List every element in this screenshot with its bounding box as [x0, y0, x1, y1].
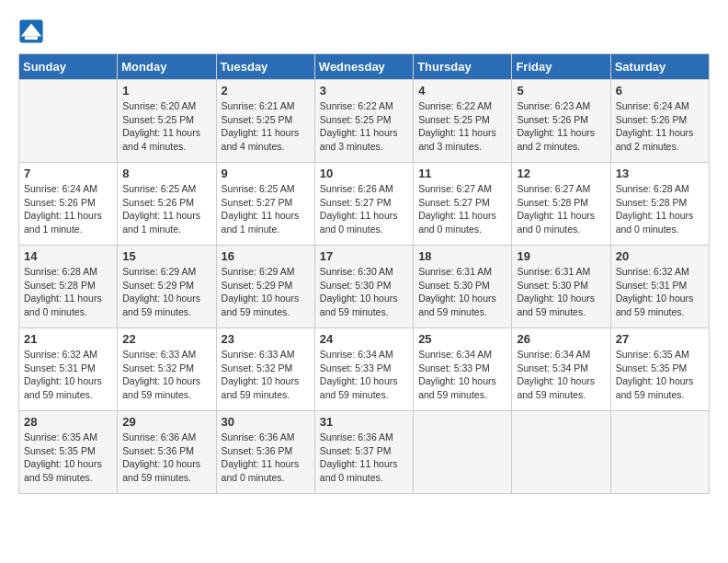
day-info: Sunrise: 6:22 AMSunset: 5:25 PMDaylight:… [418, 99, 506, 154]
day-info: Sunrise: 6:31 AMSunset: 5:30 PMDaylight:… [517, 265, 605, 319]
calendar-cell: 5Sunrise: 6:23 AMSunset: 5:26 PMDaylight… [512, 80, 610, 163]
day-number: 17 [320, 249, 408, 263]
day-number: 13 [616, 167, 704, 180]
day-info: Sunrise: 6:27 AMSunset: 5:28 PMDaylight:… [517, 182, 605, 236]
day-number: 4 [418, 84, 506, 98]
day-number: 1 [122, 84, 210, 98]
calendar-week-row: 21Sunrise: 6:32 AMSunset: 5:31 PMDayligh… [19, 328, 710, 411]
day-info: Sunrise: 6:26 AMSunset: 5:27 PMDaylight:… [320, 182, 408, 236]
day-info: Sunrise: 6:36 AMSunset: 5:36 PMDaylight:… [122, 431, 210, 485]
day-number: 21 [24, 332, 112, 346]
day-number: 22 [122, 332, 210, 346]
calendar-cell: 19Sunrise: 6:31 AMSunset: 5:30 PMDayligh… [512, 246, 610, 328]
column-header-thursday: Thursday [414, 54, 512, 80]
day-number: 30 [222, 415, 310, 429]
calendar-week-row: 1Sunrise: 6:20 AMSunset: 5:25 PMDaylight… [19, 80, 710, 163]
day-number: 9 [222, 167, 310, 180]
calendar-cell: 22Sunrise: 6:33 AMSunset: 5:32 PMDayligh… [118, 328, 216, 411]
day-info: Sunrise: 6:35 AMSunset: 5:35 PMDaylight:… [616, 348, 704, 402]
day-info: Sunrise: 6:28 AMSunset: 5:28 PMDaylight:… [616, 182, 704, 236]
calendar-cell: 13Sunrise: 6:28 AMSunset: 5:28 PMDayligh… [610, 163, 709, 246]
day-info: Sunrise: 6:30 AMSunset: 5:30 PMDaylight:… [320, 265, 408, 319]
calendar-cell: 12Sunrise: 6:27 AMSunset: 5:28 PMDayligh… [512, 163, 610, 246]
day-number: 31 [320, 415, 408, 429]
day-number: 18 [418, 249, 506, 263]
day-info: Sunrise: 6:32 AMSunset: 5:31 PMDaylight:… [24, 348, 112, 402]
calendar-cell: 14Sunrise: 6:28 AMSunset: 5:28 PMDayligh… [19, 246, 118, 328]
calendar-cell: 30Sunrise: 6:36 AMSunset: 5:36 PMDayligh… [216, 411, 314, 494]
day-info: Sunrise: 6:28 AMSunset: 5:28 PMDaylight:… [24, 265, 112, 319]
calendar-cell: 21Sunrise: 6:32 AMSunset: 5:31 PMDayligh… [19, 328, 118, 411]
page-header [18, 18, 710, 44]
day-info: Sunrise: 6:22 AMSunset: 5:25 PMDaylight:… [320, 99, 408, 154]
day-info: Sunrise: 6:27 AMSunset: 5:27 PMDaylight:… [418, 182, 506, 236]
logo [18, 18, 48, 44]
calendar-cell: 17Sunrise: 6:30 AMSunset: 5:30 PMDayligh… [314, 246, 413, 328]
calendar-cell: 3Sunrise: 6:22 AMSunset: 5:25 PMDaylight… [314, 80, 413, 163]
calendar-header-row: SundayMondayTuesdayWednesdayThursdayFrid… [19, 54, 710, 80]
svg-rect-2 [25, 37, 38, 40]
calendar-cell [19, 80, 118, 163]
calendar-cell: 16Sunrise: 6:29 AMSunset: 5:29 PMDayligh… [216, 246, 314, 328]
logo-icon [18, 18, 44, 44]
calendar-cell [610, 411, 709, 494]
day-info: Sunrise: 6:34 AMSunset: 5:33 PMDaylight:… [418, 348, 506, 402]
calendar-cell: 25Sunrise: 6:34 AMSunset: 5:33 PMDayligh… [414, 328, 512, 411]
day-number: 8 [122, 167, 210, 180]
day-number: 26 [517, 332, 605, 346]
day-info: Sunrise: 6:29 AMSunset: 5:29 PMDaylight:… [222, 265, 310, 319]
calendar-cell: 26Sunrise: 6:34 AMSunset: 5:34 PMDayligh… [512, 328, 610, 411]
day-info: Sunrise: 6:25 AMSunset: 5:26 PMDaylight:… [122, 182, 210, 236]
day-info: Sunrise: 6:24 AMSunset: 5:26 PMDaylight:… [616, 99, 704, 154]
calendar-cell: 31Sunrise: 6:36 AMSunset: 5:37 PMDayligh… [314, 411, 413, 494]
calendar-cell: 23Sunrise: 6:33 AMSunset: 5:32 PMDayligh… [216, 328, 314, 411]
day-info: Sunrise: 6:31 AMSunset: 5:30 PMDaylight:… [418, 265, 506, 319]
calendar-week-row: 14Sunrise: 6:28 AMSunset: 5:28 PMDayligh… [19, 246, 710, 328]
column-header-wednesday: Wednesday [314, 54, 413, 80]
calendar-cell: 29Sunrise: 6:36 AMSunset: 5:36 PMDayligh… [118, 411, 216, 494]
column-header-sunday: Sunday [19, 54, 118, 80]
day-number: 2 [222, 84, 310, 98]
column-header-friday: Friday [512, 54, 610, 80]
calendar-cell: 15Sunrise: 6:29 AMSunset: 5:29 PMDayligh… [118, 246, 216, 328]
calendar-cell: 20Sunrise: 6:32 AMSunset: 5:31 PMDayligh… [610, 246, 709, 328]
day-number: 5 [517, 84, 605, 98]
day-info: Sunrise: 6:29 AMSunset: 5:29 PMDaylight:… [122, 265, 210, 319]
calendar-table: SundayMondayTuesdayWednesdayThursdayFrid… [18, 53, 710, 494]
day-number: 6 [616, 84, 704, 98]
day-info: Sunrise: 6:21 AMSunset: 5:25 PMDaylight:… [222, 99, 310, 154]
day-number: 19 [517, 249, 605, 263]
day-info: Sunrise: 6:34 AMSunset: 5:33 PMDaylight:… [320, 348, 408, 402]
day-number: 25 [418, 332, 506, 346]
day-info: Sunrise: 6:33 AMSunset: 5:32 PMDaylight:… [122, 348, 210, 402]
calendar-cell: 6Sunrise: 6:24 AMSunset: 5:26 PMDaylight… [610, 80, 709, 163]
day-number: 27 [616, 332, 704, 346]
day-number: 3 [320, 84, 408, 98]
day-number: 16 [222, 249, 310, 263]
day-info: Sunrise: 6:36 AMSunset: 5:37 PMDaylight:… [320, 431, 408, 485]
day-info: Sunrise: 6:34 AMSunset: 5:34 PMDaylight:… [517, 348, 605, 402]
day-info: Sunrise: 6:24 AMSunset: 5:26 PMDaylight:… [24, 182, 112, 236]
day-info: Sunrise: 6:33 AMSunset: 5:32 PMDaylight:… [222, 348, 310, 402]
day-number: 15 [122, 249, 210, 263]
calendar-cell: 9Sunrise: 6:25 AMSunset: 5:27 PMDaylight… [216, 163, 314, 246]
calendar-cell: 28Sunrise: 6:35 AMSunset: 5:35 PMDayligh… [19, 411, 118, 494]
calendar-cell: 11Sunrise: 6:27 AMSunset: 5:27 PMDayligh… [414, 163, 512, 246]
day-info: Sunrise: 6:35 AMSunset: 5:35 PMDaylight:… [24, 431, 112, 485]
calendar-week-row: 28Sunrise: 6:35 AMSunset: 5:35 PMDayligh… [19, 411, 710, 494]
column-header-monday: Monday [118, 54, 216, 80]
day-number: 12 [517, 167, 605, 180]
day-info: Sunrise: 6:23 AMSunset: 5:26 PMDaylight:… [517, 99, 605, 154]
day-info: Sunrise: 6:25 AMSunset: 5:27 PMDaylight:… [222, 182, 310, 236]
day-number: 10 [320, 167, 408, 180]
calendar-cell: 18Sunrise: 6:31 AMSunset: 5:30 PMDayligh… [414, 246, 512, 328]
day-info: Sunrise: 6:20 AMSunset: 5:25 PMDaylight:… [122, 99, 210, 154]
calendar-cell: 8Sunrise: 6:25 AMSunset: 5:26 PMDaylight… [118, 163, 216, 246]
day-number: 7 [24, 167, 112, 180]
calendar-cell [414, 411, 512, 494]
day-info: Sunrise: 6:36 AMSunset: 5:36 PMDaylight:… [222, 431, 310, 485]
day-number: 24 [320, 332, 408, 346]
calendar-cell: 24Sunrise: 6:34 AMSunset: 5:33 PMDayligh… [314, 328, 413, 411]
calendar-cell: 27Sunrise: 6:35 AMSunset: 5:35 PMDayligh… [610, 328, 709, 411]
day-number: 28 [24, 415, 112, 429]
